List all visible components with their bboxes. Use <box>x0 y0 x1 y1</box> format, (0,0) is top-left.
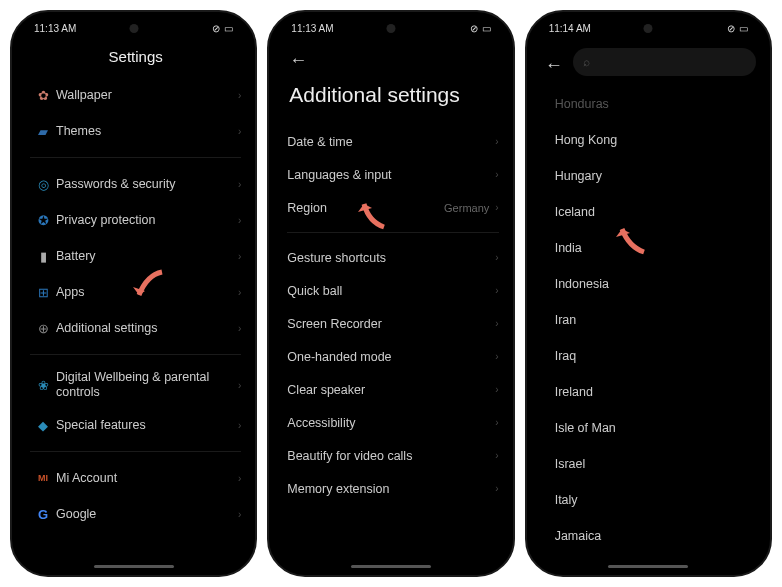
settings-row-passwords[interactable]: ◎Passwords & security› <box>30 166 241 202</box>
row-memory[interactable]: Memory extension› <box>287 472 498 505</box>
region-label: Ireland <box>555 385 593 399</box>
settings-row-wallpaper[interactable]: ✿Wallpaper› <box>30 77 241 113</box>
region-item[interactable]: Iran <box>545 302 756 338</box>
row-quickball[interactable]: Quick ball› <box>287 274 498 307</box>
row-label: Privacy protection <box>56 213 238 227</box>
phone-settings: 11:13 AM ⊘ ▭ Settings ✿Wallpaper› ▰Theme… <box>10 10 257 577</box>
divider <box>287 232 498 233</box>
row-clearspeaker[interactable]: Clear speaker› <box>287 373 498 406</box>
chevron-right-icon: › <box>495 285 498 296</box>
region-item[interactable]: Hungary <box>545 158 756 194</box>
region-item[interactable]: Iceland <box>545 194 756 230</box>
back-button[interactable]: ← <box>289 50 307 71</box>
settings-row-apps[interactable]: ⊞Apps› <box>30 274 241 310</box>
settings-row-battery[interactable]: ▮Battery› <box>30 238 241 274</box>
status-icons: ⊘ ▭ <box>470 23 491 34</box>
row-label: Google <box>56 507 238 521</box>
region-label: Italy <box>555 493 578 507</box>
region-item[interactable]: Indonesia <box>545 266 756 302</box>
chevron-right-icon: › <box>238 179 241 190</box>
row-label: Languages & input <box>287 168 495 182</box>
themes-icon: ▰ <box>30 124 56 139</box>
divider <box>30 157 241 158</box>
region-item[interactable]: Ireland <box>545 374 756 410</box>
phone-additional-settings: 11:13 AM ⊘ ▭ ← Additional settings Date … <box>267 10 514 577</box>
region-item[interactable]: Italy <box>545 482 756 518</box>
region-item[interactable]: Israel <box>545 446 756 482</box>
chevron-right-icon: › <box>495 417 498 428</box>
region-item[interactable]: India <box>545 230 756 266</box>
row-label: Date & time <box>287 135 495 149</box>
battery-icon: ▭ <box>482 23 491 34</box>
row-label: Gesture shortcuts <box>287 251 495 265</box>
row-onehand[interactable]: One-handed mode› <box>287 340 498 373</box>
row-beautify[interactable]: Beautify for video calls› <box>287 439 498 472</box>
region-item[interactable]: Hong Kong <box>545 122 756 158</box>
settings-row-mi-account[interactable]: MIMi Account› <box>30 460 241 496</box>
row-label: Special features <box>56 418 238 432</box>
region-label: Isle of Man <box>555 421 616 435</box>
row-value: Germany <box>444 202 489 214</box>
row-label: Mi Account <box>56 471 238 485</box>
row-label: Additional settings <box>56 321 238 335</box>
page-title: Additional settings <box>289 83 498 107</box>
camera-notch <box>386 24 395 33</box>
search-input[interactable]: ⌕ <box>573 48 756 76</box>
row-gesture[interactable]: Gesture shortcuts› <box>287 241 498 274</box>
row-languages[interactable]: Languages & input› <box>287 158 498 191</box>
region-screen: ← ⌕ Honduras Hong Kong Hungary Iceland I… <box>527 44 770 562</box>
chevron-right-icon: › <box>495 450 498 461</box>
camera-notch <box>644 24 653 33</box>
settings-row-additional[interactable]: ⊕Additional settings› <box>30 310 241 346</box>
status-icons: ⊘ ▭ <box>212 23 233 34</box>
do-not-disturb-icon: ⊘ <box>727 23 735 34</box>
row-region[interactable]: RegionGermany› <box>287 191 498 224</box>
row-label: Memory extension <box>287 482 495 496</box>
phone-region-list: 11:14 AM ⊘ ▭ ← ⌕ Honduras Hong Kong Hung… <box>525 10 772 577</box>
region-label: Jamaica <box>555 529 602 543</box>
chevron-right-icon: › <box>238 420 241 431</box>
row-label: Digital Wellbeing & parental controls <box>56 370 238 400</box>
settings-row-privacy[interactable]: ✪Privacy protection› <box>30 202 241 238</box>
row-label: Wallpaper <box>56 88 238 102</box>
status-time: 11:13 AM <box>34 23 76 34</box>
settings-row-special[interactable]: ◆Special features› <box>30 407 241 443</box>
region-label: Honduras <box>555 97 609 111</box>
row-label: Themes <box>56 124 238 138</box>
region-label: Hungary <box>555 169 602 183</box>
chevron-right-icon: › <box>238 287 241 298</box>
row-screenrec[interactable]: Screen Recorder› <box>287 307 498 340</box>
region-item[interactable]: Isle of Man <box>545 410 756 446</box>
chevron-right-icon: › <box>495 384 498 395</box>
chevron-right-icon: › <box>238 323 241 334</box>
region-item[interactable]: Japan <box>545 554 756 562</box>
chevron-right-icon: › <box>238 473 241 484</box>
settings-row-themes[interactable]: ▰Themes› <box>30 113 241 149</box>
settings-row-google[interactable]: GGoogle› <box>30 496 241 532</box>
google-icon: G <box>30 507 56 522</box>
chevron-right-icon: › <box>495 351 498 362</box>
settings-row-wellbeing[interactable]: ❀Digital Wellbeing & parental controls› <box>30 363 241 407</box>
back-button[interactable]: ← <box>545 55 563 76</box>
region-label: Iraq <box>555 349 577 363</box>
row-label: Apps <box>56 285 238 299</box>
region-item[interactable]: Jamaica <box>545 518 756 554</box>
region-label: Indonesia <box>555 277 609 291</box>
region-label: Iceland <box>555 205 595 219</box>
chevron-right-icon: › <box>238 90 241 101</box>
row-date-time[interactable]: Date & time› <box>287 125 498 158</box>
row-accessibility[interactable]: Accessibility› <box>287 406 498 439</box>
status-time: 11:13 AM <box>291 23 333 34</box>
chevron-right-icon: › <box>238 251 241 262</box>
chevron-right-icon: › <box>495 483 498 494</box>
row-label: One-handed mode <box>287 350 495 364</box>
region-label: Hong Kong <box>555 133 618 147</box>
row-label: Clear speaker <box>287 383 495 397</box>
region-item[interactable]: Iraq <box>545 338 756 374</box>
wallpaper-icon: ✿ <box>30 88 56 103</box>
chevron-right-icon: › <box>495 136 498 147</box>
page-title: Settings <box>30 48 241 65</box>
apps-icon: ⊞ <box>30 285 56 300</box>
region-item[interactable]: Honduras <box>545 86 756 122</box>
battery-icon: ▮ <box>30 249 56 264</box>
